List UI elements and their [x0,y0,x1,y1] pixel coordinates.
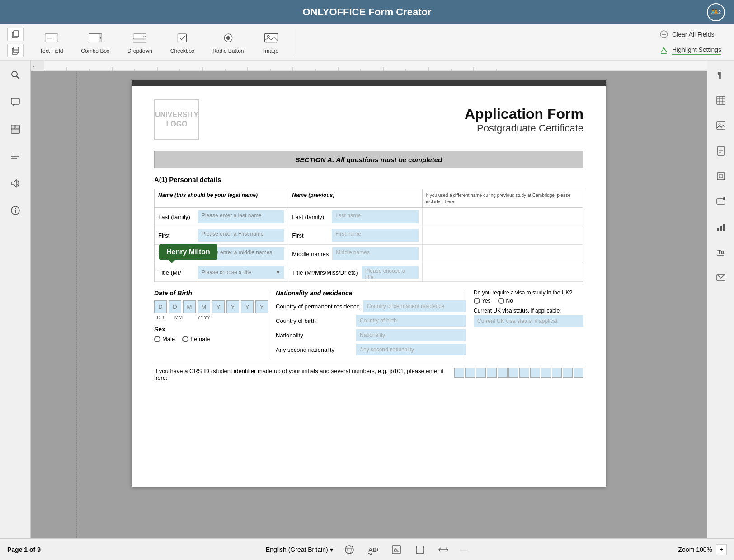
copy-btn-2[interactable] [7,44,24,57]
prev-middle-input[interactable]: Middle names [332,247,418,260]
dob-y3[interactable]: Y [241,300,254,313]
crs-box-8[interactable] [530,368,540,378]
female-radio[interactable] [182,336,188,342]
chart-icon[interactable] [712,218,730,236]
text-field-button[interactable]: Text Field [31,28,72,57]
prev-first-input[interactable]: First name [332,229,418,242]
spellcheck-icon-button[interactable]: ABC [366,542,380,557]
crs-box-7[interactable] [519,368,529,378]
female-option[interactable]: Female [182,336,210,342]
prev-middle-names-label: Middle names [292,251,329,257]
nationality-section: Nationality and residence Country of per… [268,289,466,358]
dob-d2[interactable]: D [169,300,181,313]
empty-cell-4 [423,263,583,282]
crs-box-2[interactable] [465,368,475,378]
empty-cell-1 [423,208,583,226]
visa-no-radio[interactable] [498,298,504,304]
crs-box-5[interactable] [498,368,508,378]
prev-last-input[interactable]: Last name [332,210,418,223]
page-info: Page 1 of 9 [7,546,41,553]
visa-yes-radio[interactable] [474,298,480,304]
prev-title-input[interactable]: Please choose a title [362,266,419,279]
copy-btn-1[interactable] [7,28,24,41]
svg-point-80 [345,546,353,554]
language-selector[interactable]: English (Great Britain) ▾ [266,546,333,553]
crs-box-6[interactable] [508,368,518,378]
country-birth-input[interactable]: Country of birth [356,315,466,327]
fit-page-icon-button[interactable] [413,542,427,557]
dob-title: Date of Birth [154,289,268,297]
combo-box-button[interactable]: Combo Box [72,28,118,57]
svg-rect-28 [11,130,19,133]
svg-rect-1 [14,31,19,37]
svg-text:▪: ▪ [33,64,34,69]
edit-icon-button[interactable] [389,542,404,557]
fit-width-icon-button[interactable] [436,542,451,557]
legal-title-dropdown[interactable]: Please choose a title ▼ [198,266,284,279]
nationality-input[interactable]: Nationality [356,329,466,341]
country-perm-input[interactable]: Country of permanent residence [363,300,466,312]
left-sidebar [0,61,31,538]
dob-y2[interactable]: Y [226,300,239,313]
radio-button-button[interactable]: Radio Button [203,28,253,57]
highlight-settings-button[interactable]: Highlight Settings [654,44,727,57]
dob-d1[interactable]: D [154,300,167,313]
collab-icon: 🧑‍🤝‍🧑 [711,9,718,16]
prev-last-family-label: Last (family) [292,214,328,220]
globe-icon-button[interactable] [342,542,357,557]
dob-m1[interactable]: M [183,300,196,313]
frame-icon[interactable] [712,167,730,185]
crs-content: If you have a CRS ID (student identifier… [154,368,583,381]
mail-icon[interactable] [712,268,730,286]
comment-sidebar-icon[interactable] [6,93,24,111]
status-bar: Page 1 of 9 English (Great Britain) ▾ AB… [0,538,734,560]
collab-badge[interactable]: 🧑‍🤝‍🧑 2 [707,3,725,21]
country-perm-row: Country of permanent residence Country o… [276,300,466,312]
list-sidebar-icon[interactable] [6,147,24,165]
crs-box-12[interactable] [574,368,583,378]
image-right-icon[interactable] [712,117,730,135]
zoom-in-button[interactable]: + [716,544,727,555]
dob-y4[interactable]: Y [255,300,268,313]
visa-no-option[interactable]: No [498,298,513,304]
crs-box-9[interactable] [541,368,551,378]
second-nat-input[interactable]: Any second nationality [356,344,466,355]
dob-m2[interactable]: M [198,300,210,313]
checkbox-button[interactable]: Checkbox [161,28,203,57]
male-radio[interactable] [154,336,160,342]
doc-area[interactable]: ▪ [31,61,707,538]
paragraph-icon[interactable]: ¶ [712,66,730,84]
dropdown-button[interactable]: Dropdown [118,28,161,57]
template-sidebar-icon[interactable] [6,120,24,138]
dob-boxes: D D M M Y Y Y Y [154,300,268,313]
crs-box-4[interactable] [487,368,497,378]
lower-section: Date of Birth D D M M Y Y Y Y [154,289,583,358]
last-family-label: Last (family) [158,214,194,220]
table-icon[interactable] [712,91,730,109]
form-field-icon[interactable] [712,192,730,210]
crs-box-11[interactable] [563,368,573,378]
text-format-icon[interactable]: Ta [712,243,730,261]
speaker-sidebar-icon[interactable] [6,174,24,192]
image-button[interactable]: Image [253,28,289,57]
crs-box-3[interactable] [476,368,486,378]
male-option[interactable]: Male [154,336,175,342]
lang-dropdown-arrow: ▾ [330,546,333,553]
ruler-content [44,61,707,71]
dob-y1[interactable]: Y [212,300,225,313]
toolbar-right-actions: Clear All Fields Highlight Settings [654,28,727,57]
clear-all-button[interactable]: Clear All Fields [654,28,727,41]
crs-box-10[interactable] [552,368,562,378]
search-sidebar-icon[interactable] [6,66,24,84]
svg-point-16 [226,36,230,40]
page-header-bar [132,80,606,86]
crs-box-1[interactable] [454,368,464,378]
form-header: UNIVERSITY LOGO Application Form Postgra… [154,99,583,140]
document-icon[interactable] [712,142,730,160]
legal-first-input[interactable]: Please enter a First name [198,229,284,242]
collab-count: 2 [718,9,721,15]
info-sidebar-icon[interactable] [6,201,24,219]
visa-yes-option[interactable]: Yes [474,298,491,304]
legal-last-input[interactable]: Please enter a last name [198,210,284,223]
uk-visa-input[interactable]: Current UK visa status, if applicat [474,315,583,327]
